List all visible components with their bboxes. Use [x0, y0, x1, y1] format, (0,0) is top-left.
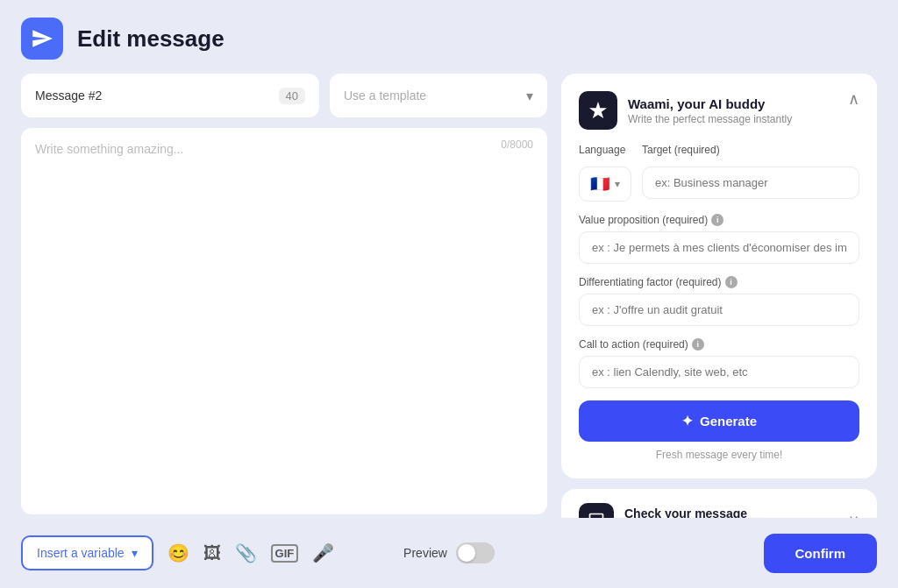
template-chevron-icon: ▾	[526, 88, 533, 104]
toggle-thumb	[458, 544, 475, 562]
bottom-left: Insert a variable ▾ 😊 🖼 📎 GIF 🎤	[21, 535, 334, 570]
value-prop-info-icon: i	[711, 214, 723, 226]
ai-card-titles: Waami, your AI buddy Write the perfect m…	[628, 96, 792, 125]
top-bar: Message #2 40 Use a template ▾	[21, 74, 547, 117]
cta-info-icon: i	[692, 338, 704, 351]
ai-card: Waami, your AI buddy Write the perfect m…	[561, 74, 877, 478]
insert-variable-chevron-icon: ▾	[132, 546, 138, 560]
ai-title: Waami, your AI buddy	[628, 96, 792, 111]
ai-card-header-left: Waami, your AI buddy Write the perfect m…	[579, 91, 792, 130]
microphone-icon[interactable]: 🎤	[312, 542, 334, 563]
generate-button[interactable]: ✦ Generate	[579, 400, 859, 442]
message-name-bar: Message #2 40	[21, 74, 319, 117]
preview-label: Preview	[403, 546, 447, 560]
template-placeholder-text: Use a template	[344, 89, 426, 103]
paper-plane-icon	[31, 27, 53, 50]
right-panel: Waami, your AI buddy Write the perfect m…	[561, 74, 877, 514]
gif-icon[interactable]: GIF	[271, 544, 299, 563]
image-icon[interactable]: 🖼	[203, 543, 221, 563]
cta-input[interactable]	[579, 356, 859, 388]
app-icon	[21, 18, 63, 60]
diff-factor-label: Differentiating factor (required) i	[579, 276, 859, 288]
language-select[interactable]: 🇫🇷 ▾	[579, 166, 631, 202]
message-counter: 0/8000	[501, 138, 533, 151]
page-title: Edit message	[77, 25, 224, 53]
insert-variable-label: Insert a variable	[37, 546, 125, 560]
preview-section: Preview	[403, 542, 495, 563]
message-textarea[interactable]	[35, 142, 533, 500]
toolbar-icons: 😊 🖼 📎 GIF 🎤	[167, 542, 335, 563]
emoji-icon[interactable]: 😊	[167, 542, 189, 563]
value-prop-group: Value proposition (required) i	[579, 214, 859, 264]
target-input[interactable]	[642, 166, 859, 199]
value-prop-label: Value proposition (required) i	[579, 214, 859, 226]
cta-label: Call to action (required) i	[579, 338, 859, 351]
ai-icon	[579, 91, 617, 130]
language-label: Language	[579, 144, 631, 156]
ai-subtitle: Write the perfect message instantly	[628, 113, 792, 125]
flag-icon: 🇫🇷	[590, 174, 609, 194]
message-box: 0/8000	[21, 128, 547, 514]
language-target-row: Language 🇫🇷 ▾ Target (required)	[579, 144, 859, 202]
value-prop-input[interactable]	[579, 231, 859, 264]
preview-toggle[interactable]	[456, 542, 495, 563]
language-group: Language 🇫🇷 ▾	[579, 144, 631, 202]
template-dropdown[interactable]: Use a template ▾	[330, 74, 547, 117]
target-label: Target (required)	[642, 144, 859, 156]
diff-factor-info-icon: i	[725, 276, 738, 288]
main-layout: Message #2 40 Use a template ▾ 0/8000	[0, 74, 898, 514]
collapse-button[interactable]: ∧	[848, 91, 859, 107]
generate-hint: Fresh message every time!	[579, 449, 859, 461]
ai-sparkle-icon	[588, 100, 609, 121]
target-group: Target (required)	[642, 144, 859, 202]
insert-variable-button[interactable]: Insert a variable ▾	[21, 535, 153, 570]
message-char-count: 40	[279, 88, 305, 104]
attachment-icon[interactable]: 📎	[235, 542, 257, 563]
cta-group: Call to action (required) i	[579, 338, 859, 388]
left-panel: Message #2 40 Use a template ▾ 0/8000	[21, 74, 547, 514]
stars-icon: ✦	[681, 413, 693, 429]
bottom-bar: Insert a variable ▾ 😊 🖼 📎 GIF 🎤 Preview …	[0, 518, 898, 588]
generate-label: Generate	[700, 414, 757, 429]
language-chevron-icon: ▾	[615, 178, 620, 190]
diff-factor-input[interactable]	[579, 294, 859, 326]
message-name-label: Message #2	[35, 89, 102, 103]
diff-factor-group: Differentiating factor (required) i	[579, 276, 859, 326]
header: Edit message	[0, 0, 898, 74]
confirm-button[interactable]: Confirm	[764, 534, 878, 573]
ai-card-header: Waami, your AI buddy Write the perfect m…	[579, 91, 859, 130]
